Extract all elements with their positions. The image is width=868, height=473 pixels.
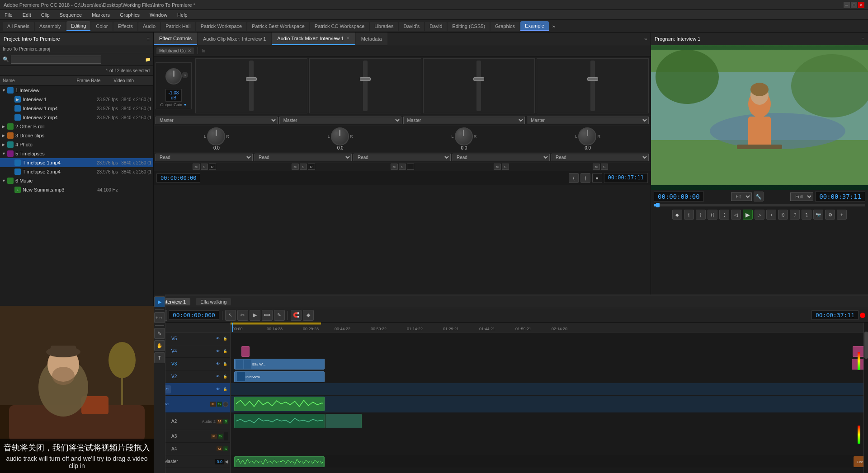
ripple-tool[interactable]: ⟺: [262, 310, 273, 321]
hand-tool[interactable]: ✋: [154, 340, 165, 351]
v3-track-lock[interactable]: 🔒: [222, 361, 228, 367]
ws-tab-more[interactable]: »: [550, 22, 558, 31]
v4-track-lock[interactable]: 🔒: [222, 348, 228, 355]
a3-vol-slider[interactable]: [224, 432, 228, 440]
v3-eye-icon[interactable]: 👁: [215, 361, 221, 367]
mute-btn-3[interactable]: M: [391, 164, 398, 170]
solo-btn-5[interactable]: S: [601, 164, 608, 170]
track-select-tool[interactable]: ▶: [250, 310, 260, 321]
read-dropdown-1[interactable]: Read: [156, 154, 253, 161]
add-button[interactable]: +: [837, 210, 847, 220]
mute-btn-5[interactable]: M: [593, 164, 600, 170]
tree-item-photo[interactable]: ▶ 4 Photo: [0, 140, 153, 149]
read-dropdown-4[interactable]: Read: [453, 154, 550, 161]
master-expand[interactable]: ◀: [225, 459, 228, 464]
a3-mute-btn[interactable]: M: [211, 434, 217, 439]
read-dropdown-3[interactable]: Read: [354, 154, 451, 161]
v4-clip-1[interactable]: [241, 346, 250, 357]
timeline-vscroll[interactable]: [863, 323, 868, 473]
fader-knob-4[interactable]: [587, 77, 598, 81]
expand-icon[interactable]: ▼: [2, 151, 7, 156]
expand-icon[interactable]: ▶: [2, 142, 7, 147]
v4-track-row[interactable]: [231, 345, 868, 358]
folder-icon[interactable]: 📁: [145, 57, 151, 62]
transport-btn-1[interactable]: ⟨: [569, 173, 579, 183]
v3-track-row[interactable]: Ella W...: [231, 358, 868, 370]
transport-rec[interactable]: ●: [592, 173, 602, 183]
select-tool[interactable]: ↖: [225, 310, 236, 321]
v5-eye-icon[interactable]: 👁: [215, 336, 221, 342]
tab-audio-track-mixer[interactable]: Audio Track Mixer: Interview 1 ✕: [272, 33, 355, 45]
ch1-rotary[interactable]: [207, 127, 225, 145]
program-progress-bar[interactable]: [654, 204, 865, 206]
lift-button[interactable]: ⤴: [790, 210, 800, 220]
v2-eye-icon[interactable]: 👁: [215, 374, 221, 380]
tree-item-other-broll[interactable]: ▶ 2 Other B roll: [0, 122, 153, 131]
v1-eye-icon[interactable]: 👁: [215, 386, 221, 393]
a1-solo-btn[interactable]: S: [217, 402, 222, 407]
output-gain-knob[interactable]: [165, 68, 182, 84]
v4-eye-icon[interactable]: 👁: [215, 348, 221, 355]
tree-item-music[interactable]: ▼ 6 Music: [0, 176, 153, 185]
tree-item-music-file[interactable]: ♪ New Summits.mp3 44,100 Hz: [0, 185, 153, 194]
expand-icon[interactable]: ▼: [2, 88, 7, 93]
step-forward-frame[interactable]: ▷: [755, 210, 764, 220]
master-dropdown-2[interactable]: Master: [279, 117, 401, 124]
menu-file[interactable]: File: [3, 11, 14, 19]
timeline-ruler[interactable]: 00:00 00:14:23 00:29:23 00:44:22 00:59:2…: [231, 323, 868, 333]
move-to-start-tool[interactable]: ▶: [154, 296, 165, 307]
tab-effect-controls[interactable]: Effect Controls: [154, 33, 197, 45]
project-panel-menu[interactable]: ≡: [147, 36, 150, 42]
v2-track-row[interactable]: Interview: [231, 370, 868, 383]
play-button[interactable]: ▶: [743, 210, 753, 220]
master-dropdown-3[interactable]: Master: [403, 117, 525, 124]
rec-btn-2[interactable]: R: [308, 164, 315, 170]
a2-solo-btn[interactable]: S: [223, 419, 228, 424]
menu-graphics[interactable]: Graphics: [118, 11, 142, 19]
ch4-rotary[interactable]: [578, 127, 596, 145]
ws-tab-audio[interactable]: Audio: [138, 22, 160, 31]
maximize-button[interactable]: □: [851, 2, 857, 8]
quality-dropdown[interactable]: Full: [790, 192, 813, 201]
master-clip-1[interactable]: [234, 456, 325, 467]
a1-rec-btn[interactable]: [223, 402, 228, 407]
go-to-out-button[interactable]: }⟩: [778, 210, 788, 220]
read-dropdown-5[interactable]: Read: [552, 154, 649, 161]
ws-tab-patrick-workspace[interactable]: Patrick Workspace: [196, 22, 247, 31]
a4-solo-btn[interactable]: S: [223, 446, 228, 451]
a2-clip-1[interactable]: [234, 414, 325, 428]
menu-edit[interactable]: Edit: [21, 11, 33, 19]
v2-track-lock[interactable]: 🔒: [222, 374, 228, 380]
search-input[interactable]: [11, 56, 101, 64]
ws-tab-editing[interactable]: Editing: [66, 21, 91, 31]
rec-btn-3[interactable]: [407, 164, 414, 170]
fader-knob-3[interactable]: [473, 77, 484, 81]
tree-item-timelapse1[interactable]: Timelapse 1.mp4 23.976 fps 3840 x 2160 (…: [0, 158, 153, 167]
add-marker-button[interactable]: ◆: [672, 210, 682, 220]
a1-track-row[interactable]: [231, 396, 868, 413]
tree-item-timelapse2[interactable]: Timelapse 2.mp4 23.976 fps 3840 x 2160 (…: [0, 167, 153, 176]
expand-icon[interactable]: ▼: [2, 178, 7, 183]
panel-expand-icon[interactable]: »: [641, 36, 651, 42]
tree-item-timelapses[interactable]: ▼ 5 Timelapses: [0, 149, 153, 158]
pen-tool[interactable]: ✎: [274, 310, 285, 321]
fader-track-4[interactable]: [590, 61, 595, 111]
snap-toggle[interactable]: 🧲: [291, 310, 302, 321]
tree-item-interview2-mp4[interactable]: Interview 2.mp4 23.976 fps 3840 x 2160 (…: [0, 113, 153, 122]
a1-mute-btn[interactable]: M: [210, 402, 216, 407]
master-track-row[interactable]: Eee: [231, 455, 868, 468]
export-frame-button[interactable]: 📷: [813, 210, 823, 220]
transport-btn-2[interactable]: ⟩: [580, 173, 590, 183]
step-back-button[interactable]: ⟨: [719, 210, 729, 220]
ws-tab-graphics[interactable]: Graphics: [491, 22, 519, 31]
output-gain-dropdown[interactable]: ▼: [184, 103, 187, 107]
a4-mute-btn[interactable]: M: [217, 446, 222, 451]
solo-btn-2[interactable]: S: [300, 164, 307, 170]
menu-help[interactable]: Help: [175, 11, 189, 19]
tab-close-icon[interactable]: ✕: [346, 35, 350, 41]
ws-tab-assembly[interactable]: Assembly: [35, 22, 66, 31]
v3-clip-1[interactable]: Ella W...: [234, 359, 325, 370]
a2-track-row[interactable]: [231, 413, 868, 430]
v1-track-row[interactable]: [231, 383, 868, 396]
vscroll-thumb[interactable]: [864, 332, 868, 359]
